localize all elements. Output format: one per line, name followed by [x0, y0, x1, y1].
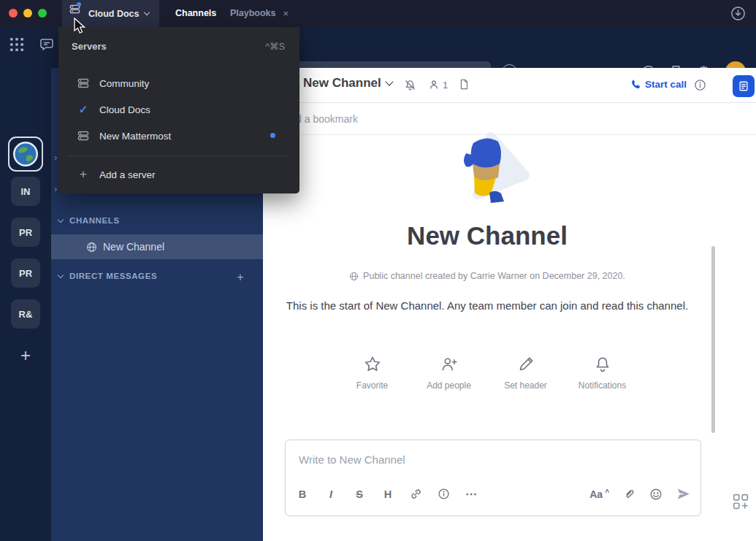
- pencil-icon: [516, 355, 535, 374]
- intro-actions: Favorite Add people Set header Notificat…: [263, 355, 711, 391]
- server-tab-label: Cloud Docs: [88, 9, 139, 19]
- menu-divider: [69, 156, 289, 156]
- strikethrough-button[interactable]: S: [353, 488, 366, 500]
- composer-actions: Aa ^: [589, 487, 690, 501]
- tab-playbooks[interactable]: Playbooks: [230, 0, 276, 27]
- servers-menu-title: Servers: [72, 41, 107, 52]
- chevron-down-icon: [385, 77, 393, 85]
- member-count: 1: [443, 80, 448, 91]
- close-tab-icon[interactable]: ×: [283, 0, 289, 27]
- italic-button[interactable]: I: [324, 488, 337, 500]
- bell-icon: [593, 355, 612, 374]
- server-stack-icon: [77, 130, 89, 142]
- team-button-pr1[interactable]: PR: [11, 218, 40, 247]
- server-stack-icon: [77, 77, 89, 89]
- main-scrollbar[interactable]: [711, 246, 715, 433]
- member-icon: [428, 79, 440, 91]
- mouse-cursor: [73, 18, 86, 35]
- more-formatting-button[interactable]: ⋯: [465, 487, 477, 501]
- channels-category-header[interactable]: CHANNELS: [58, 216, 120, 225]
- heading-button[interactable]: H: [381, 488, 394, 500]
- apps-bar-toggle-icon[interactable]: [733, 494, 749, 510]
- members-button[interactable]: 1: [428, 79, 448, 91]
- caret-up-icon: ^: [605, 488, 609, 496]
- channel-header: New Channel 1 Start call: [263, 68, 756, 103]
- unread-dot: [77, 2, 81, 7]
- menu-item-community[interactable]: Community: [58, 70, 299, 96]
- plus-icon: +: [77, 167, 89, 182]
- text-format-toggle[interactable]: Aa ^: [589, 488, 609, 500]
- playbooks-appbar-icon[interactable]: [733, 75, 755, 97]
- add-person-icon: [440, 355, 459, 374]
- active-team-button[interactable]: [8, 137, 43, 172]
- zoom-window-button[interactable]: [38, 9, 47, 18]
- format-toolbar: B I S H ⋯: [296, 487, 477, 501]
- title-bar: Cloud Docs Channels Playbooks ×: [0, 0, 756, 27]
- tab-channels[interactable]: Channels: [175, 0, 216, 27]
- servers-menu-shortcut: ^⌘S: [265, 41, 285, 52]
- menu-item-add-server[interactable]: + Add a server: [58, 161, 299, 188]
- intro-description: This is the start of New Channel. Any te…: [283, 298, 692, 314]
- chevron-down-icon: [58, 272, 64, 278]
- globe-icon: [349, 272, 359, 281]
- servers-dropdown-menu: Servers ^⌘S Community ✓ Cloud Docs New M…: [58, 27, 299, 193]
- message-input[interactable]: Write to New Channel: [299, 453, 405, 466]
- globe-icon: [86, 242, 97, 253]
- star-icon: [363, 355, 382, 374]
- bold-button[interactable]: B: [296, 488, 309, 500]
- channel-name: New Channel: [103, 241, 164, 253]
- bookmarks-bar: Add a bookmark: [263, 103, 756, 135]
- menu-item-cloud-docs[interactable]: ✓ Cloud Docs: [58, 96, 299, 123]
- intro-channel-title: New Channel: [263, 221, 711, 250]
- intro-meta-row: Public channel created by Carrie Warner …: [263, 271, 711, 281]
- download-icon[interactable]: [730, 6, 746, 21]
- channel-title-dropdown[interactable]: New Channel: [303, 76, 392, 91]
- pinned-file-icon[interactable]: [458, 78, 470, 91]
- mute-bell-slash-icon[interactable]: [404, 79, 416, 91]
- direct-messages-category-header[interactable]: DIRECT MESSAGES: [58, 272, 157, 280]
- chevron-down-icon: [144, 9, 150, 15]
- info-circle-icon[interactable]: [438, 488, 450, 500]
- check-icon: ✓: [77, 103, 89, 116]
- notifications-button[interactable]: Notifications: [573, 355, 633, 391]
- channel-info-icon[interactable]: [694, 79, 706, 91]
- chevron-right-icon: ›: [54, 153, 57, 162]
- globe-team-avatar: [12, 141, 39, 167]
- channel-intro-illustration: [440, 131, 535, 213]
- channel-title: New Channel: [303, 76, 381, 91]
- sidebar-channel-new-channel[interactable]: New Channel: [51, 234, 263, 259]
- channels-product-icon[interactable]: [39, 37, 54, 52]
- servers-menu-header: Servers ^⌘S: [72, 37, 285, 55]
- set-header-button[interactable]: Set header: [496, 355, 556, 391]
- link-icon[interactable]: [410, 488, 422, 500]
- start-call-button[interactable]: Start call: [630, 79, 687, 90]
- team-button-pr2[interactable]: PR: [11, 258, 40, 288]
- menu-item-new-mattermost[interactable]: New Mattermost: [58, 123, 299, 149]
- team-button-r[interactable]: R&: [11, 299, 40, 329]
- apps-grid-icon[interactable]: [10, 38, 23, 51]
- favorite-button[interactable]: Favorite: [343, 355, 402, 391]
- add-direct-message-button[interactable]: +: [232, 269, 248, 285]
- chevron-down-icon: [58, 217, 64, 223]
- add-people-button[interactable]: Add people: [419, 355, 479, 391]
- phone-icon: [630, 79, 641, 90]
- close-window-button[interactable]: [9, 9, 18, 18]
- intro-meta-text: Public channel created by Carrie Warner …: [363, 271, 625, 281]
- send-icon[interactable]: [676, 487, 690, 501]
- message-composer: Write to New Channel B I S H ⋯ Aa ^: [285, 440, 701, 516]
- team-sidebar: IN PR PR R& +: [0, 68, 51, 541]
- attach-paperclip-icon[interactable]: [623, 488, 635, 500]
- minimize-window-button[interactable]: [23, 9, 32, 18]
- unread-dot: [270, 133, 275, 138]
- chevron-right-icon: ›: [54, 184, 57, 193]
- add-team-button[interactable]: +: [11, 341, 40, 370]
- emoji-smiley-icon[interactable]: [649, 488, 663, 501]
- team-button-in[interactable]: IN: [11, 177, 40, 206]
